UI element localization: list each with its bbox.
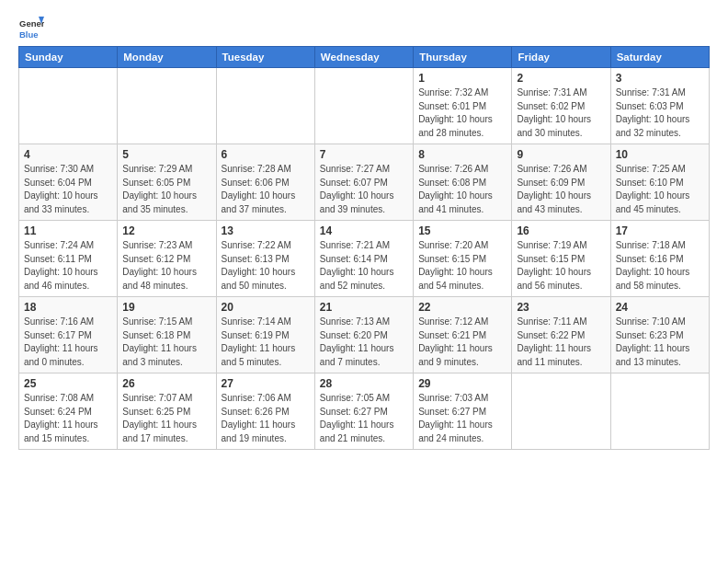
calendar-cell: 17Sunrise: 7:18 AM Sunset: 6:16 PM Dayli… (610, 221, 709, 297)
day-header-wednesday: Wednesday (314, 47, 413, 68)
calendar-body: 1Sunrise: 7:32 AM Sunset: 6:01 PM Daylig… (19, 68, 710, 450)
calendar-cell: 4Sunrise: 7:30 AM Sunset: 6:04 PM Daylig… (19, 144, 118, 221)
week-row-5: 25Sunrise: 7:08 AM Sunset: 6:24 PM Dayli… (19, 373, 710, 450)
day-number: 19 (122, 301, 210, 314)
calendar-cell: 10Sunrise: 7:25 AM Sunset: 6:10 PM Dayli… (610, 144, 709, 221)
calendar-cell: 2Sunrise: 7:31 AM Sunset: 6:02 PM Daylig… (512, 68, 610, 144)
day-detail: Sunrise: 7:24 AM Sunset: 6:11 PM Dayligh… (24, 239, 112, 293)
calendar-cell (610, 373, 709, 450)
day-detail: Sunrise: 7:13 AM Sunset: 6:20 PM Dayligh… (320, 316, 408, 369)
day-detail: Sunrise: 7:27 AM Sunset: 6:07 PM Dayligh… (320, 163, 408, 216)
day-number: 23 (517, 301, 605, 314)
calendar-cell (118, 68, 216, 144)
day-detail: Sunrise: 7:28 AM Sunset: 6:06 PM Dayligh… (222, 163, 310, 216)
day-number: 11 (24, 224, 112, 237)
calendar-table: SundayMondayTuesdayWednesdayThursdayFrid… (18, 46, 710, 450)
day-detail: Sunrise: 7:21 AM Sunset: 6:14 PM Dayligh… (320, 239, 408, 293)
header-row: SundayMondayTuesdayWednesdayThursdayFrid… (19, 47, 710, 68)
calendar-cell: 13Sunrise: 7:22 AM Sunset: 6:13 PM Dayli… (216, 221, 314, 297)
day-detail: Sunrise: 7:32 AM Sunset: 6:01 PM Dayligh… (418, 86, 506, 140)
day-number: 2 (517, 72, 605, 85)
day-detail: Sunrise: 7:08 AM Sunset: 6:24 PM Dayligh… (24, 392, 112, 445)
day-detail: Sunrise: 7:26 AM Sunset: 6:08 PM Dayligh… (418, 163, 506, 216)
calendar-cell: 22Sunrise: 7:12 AM Sunset: 6:21 PM Dayli… (414, 297, 512, 373)
week-row-2: 4Sunrise: 7:30 AM Sunset: 6:04 PM Daylig… (19, 144, 710, 221)
day-detail: Sunrise: 7:30 AM Sunset: 6:04 PM Dayligh… (24, 163, 112, 216)
calendar-cell: 18Sunrise: 7:16 AM Sunset: 6:17 PM Dayli… (19, 297, 118, 373)
day-number: 12 (122, 224, 210, 237)
header: General Blue (18, 15, 710, 40)
day-number: 22 (418, 301, 506, 314)
calendar-cell: 8Sunrise: 7:26 AM Sunset: 6:08 PM Daylig… (414, 144, 512, 221)
day-number: 28 (320, 377, 408, 390)
day-number: 29 (418, 377, 506, 390)
day-detail: Sunrise: 7:23 AM Sunset: 6:12 PM Dayligh… (122, 239, 210, 293)
calendar-cell: 28Sunrise: 7:05 AM Sunset: 6:27 PM Dayli… (314, 373, 413, 450)
calendar-cell (19, 68, 118, 144)
day-number: 20 (222, 301, 310, 314)
calendar-cell: 16Sunrise: 7:19 AM Sunset: 6:15 PM Dayli… (512, 221, 610, 297)
calendar-cell: 25Sunrise: 7:08 AM Sunset: 6:24 PM Dayli… (19, 373, 118, 450)
day-number: 14 (320, 224, 408, 237)
day-detail: Sunrise: 7:14 AM Sunset: 6:19 PM Dayligh… (222, 316, 310, 369)
day-detail: Sunrise: 7:12 AM Sunset: 6:21 PM Dayligh… (418, 316, 506, 369)
logo: General Blue (18, 15, 44, 40)
calendar-cell: 20Sunrise: 7:14 AM Sunset: 6:19 PM Dayli… (216, 297, 314, 373)
day-number: 9 (517, 148, 605, 161)
day-header-thursday: Thursday (414, 47, 512, 68)
calendar-cell: 27Sunrise: 7:06 AM Sunset: 6:26 PM Dayli… (216, 373, 314, 450)
day-detail: Sunrise: 7:11 AM Sunset: 6:22 PM Dayligh… (517, 316, 605, 369)
day-header-saturday: Saturday (610, 47, 709, 68)
day-number: 13 (222, 224, 310, 237)
day-detail: Sunrise: 7:26 AM Sunset: 6:09 PM Dayligh… (517, 163, 605, 216)
day-header-sunday: Sunday (19, 47, 118, 68)
day-number: 3 (616, 72, 704, 85)
day-detail: Sunrise: 7:31 AM Sunset: 6:03 PM Dayligh… (616, 86, 704, 140)
day-number: 18 (24, 301, 112, 314)
day-number: 6 (222, 148, 310, 161)
day-number: 27 (222, 377, 310, 390)
calendar-cell: 1Sunrise: 7:32 AM Sunset: 6:01 PM Daylig… (414, 68, 512, 144)
day-detail: Sunrise: 7:29 AM Sunset: 6:05 PM Dayligh… (122, 163, 210, 216)
day-number: 10 (616, 148, 704, 161)
day-detail: Sunrise: 7:18 AM Sunset: 6:16 PM Dayligh… (616, 239, 704, 293)
calendar-header: SundayMondayTuesdayWednesdayThursdayFrid… (19, 47, 710, 68)
day-detail: Sunrise: 7:16 AM Sunset: 6:17 PM Dayligh… (24, 316, 112, 369)
week-row-3: 11Sunrise: 7:24 AM Sunset: 6:11 PM Dayli… (19, 221, 710, 297)
day-header-friday: Friday (512, 47, 610, 68)
day-number: 15 (418, 224, 506, 237)
week-row-4: 18Sunrise: 7:16 AM Sunset: 6:17 PM Dayli… (19, 297, 710, 373)
day-detail: Sunrise: 7:25 AM Sunset: 6:10 PM Dayligh… (616, 163, 704, 216)
day-detail: Sunrise: 7:06 AM Sunset: 6:26 PM Dayligh… (222, 392, 310, 445)
day-detail: Sunrise: 7:15 AM Sunset: 6:18 PM Dayligh… (122, 316, 210, 369)
calendar-cell: 15Sunrise: 7:20 AM Sunset: 6:15 PM Dayli… (414, 221, 512, 297)
calendar-cell: 19Sunrise: 7:15 AM Sunset: 6:18 PM Dayli… (118, 297, 216, 373)
svg-text:Blue: Blue (19, 29, 39, 40)
logo-svg: General Blue (18, 15, 44, 40)
day-detail: Sunrise: 7:10 AM Sunset: 6:23 PM Dayligh… (616, 316, 704, 369)
calendar-cell (314, 68, 413, 144)
day-number: 8 (418, 148, 506, 161)
day-detail: Sunrise: 7:31 AM Sunset: 6:02 PM Dayligh… (517, 86, 605, 140)
day-detail: Sunrise: 7:07 AM Sunset: 6:25 PM Dayligh… (122, 392, 210, 445)
calendar-cell: 26Sunrise: 7:07 AM Sunset: 6:25 PM Dayli… (118, 373, 216, 450)
calendar-cell: 12Sunrise: 7:23 AM Sunset: 6:12 PM Dayli… (118, 221, 216, 297)
day-header-monday: Monday (118, 47, 216, 68)
day-number: 5 (122, 148, 210, 161)
calendar-cell: 21Sunrise: 7:13 AM Sunset: 6:20 PM Dayli… (314, 297, 413, 373)
day-header-tuesday: Tuesday (216, 47, 314, 68)
day-number: 21 (320, 301, 408, 314)
day-number: 7 (320, 148, 408, 161)
calendar-cell: 24Sunrise: 7:10 AM Sunset: 6:23 PM Dayli… (610, 297, 709, 373)
day-detail: Sunrise: 7:20 AM Sunset: 6:15 PM Dayligh… (418, 239, 506, 293)
calendar-cell: 9Sunrise: 7:26 AM Sunset: 6:09 PM Daylig… (512, 144, 610, 221)
calendar-cell: 29Sunrise: 7:03 AM Sunset: 6:27 PM Dayli… (414, 373, 512, 450)
calendar-page: General Blue SundayMondayTuesdayWednesda… (0, 0, 728, 459)
day-number: 17 (616, 224, 704, 237)
day-number: 24 (616, 301, 704, 314)
calendar-cell (216, 68, 314, 144)
calendar-cell: 5Sunrise: 7:29 AM Sunset: 6:05 PM Daylig… (118, 144, 216, 221)
day-number: 4 (24, 148, 112, 161)
calendar-cell: 3Sunrise: 7:31 AM Sunset: 6:03 PM Daylig… (610, 68, 709, 144)
calendar-cell: 23Sunrise: 7:11 AM Sunset: 6:22 PM Dayli… (512, 297, 610, 373)
